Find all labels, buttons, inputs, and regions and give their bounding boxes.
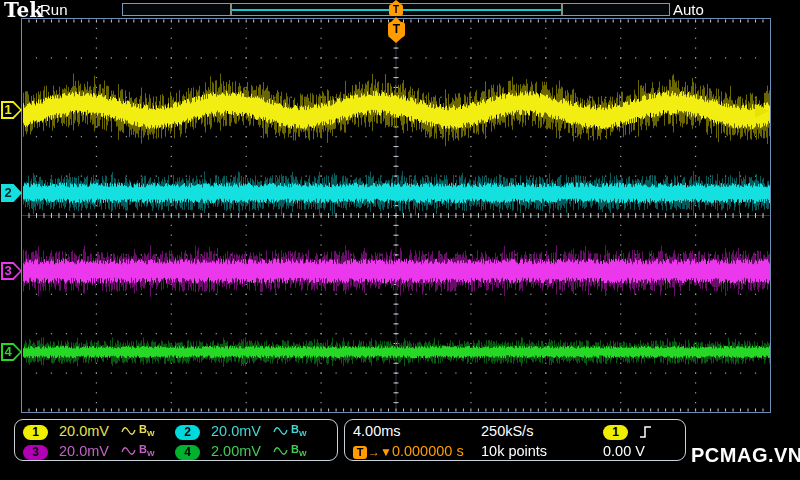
channel-1-badge[interactable]: 1 <box>23 425 48 440</box>
channel-3-scale: 20.0mV <box>59 443 121 459</box>
channel-2-indicators: BW <box>273 423 323 438</box>
marker-channel-number: 3 <box>1 262 15 280</box>
trigger-source-cell: 1 <box>603 423 685 440</box>
record-length: 10k points <box>481 443 603 459</box>
channel-3-position-marker[interactable]: 3 <box>1 262 22 280</box>
trigger-arrow-icon: → <box>368 445 380 459</box>
trigger-level-arrow-icon[interactable] <box>755 104 769 118</box>
horizontal-scale: 4.00ms <box>353 423 481 439</box>
trigger-marker-icon: ▼ <box>380 445 392 459</box>
record-window-bracket-right <box>561 4 563 15</box>
channel-1-indicators: BW <box>121 423 175 438</box>
channel-4-scale: 2.00mV <box>211 443 273 459</box>
oscilloscope-screen: Tek Run Auto T T 1 2 3 4 1 20.0mV <box>0 0 800 480</box>
tek-logo: Tek <box>4 0 43 22</box>
ac-sine-icon <box>121 426 136 436</box>
trigger-position-readout: T→▼0.000000 s <box>353 443 481 459</box>
channel-4-indicators: BW <box>273 443 323 458</box>
ac-sine-icon <box>273 446 288 456</box>
bandwidth-limit-icon: BW <box>291 423 307 438</box>
marker-channel-number: 2 <box>1 184 15 202</box>
run-status-label: Run <box>40 1 68 18</box>
bandwidth-limit-icon: BW <box>139 443 155 458</box>
watermark: PCMAG.VN <box>691 444 800 467</box>
graticule-and-waveforms-canvas <box>0 0 800 480</box>
trigger-record-marker-icon[interactable]: T <box>389 4 403 16</box>
bandwidth-limit-icon: BW <box>139 423 155 438</box>
channel-3-indicators: BW <box>121 443 175 458</box>
marker-channel-number: 1 <box>1 101 15 119</box>
record-window-bracket-left <box>230 4 232 15</box>
ac-sine-icon <box>273 426 288 436</box>
channel-2-position-marker[interactable]: 2 <box>1 184 22 202</box>
channel-1-scale: 20.0mV <box>59 423 121 439</box>
ac-sine-icon <box>121 446 136 456</box>
bandwidth-limit-icon: BW <box>291 443 307 458</box>
trigger-position-value: 0.000000 s <box>392 443 464 459</box>
trigger-position-flag[interactable]: T <box>388 22 405 37</box>
acquisition-mode-label: Auto <box>673 1 704 18</box>
channel-3-badge[interactable]: 3 <box>23 445 48 460</box>
channel-readout-box: 1 20.0mV BW 2 20.0mV BW 3 20.0mV BW 4 2.… <box>14 419 338 461</box>
channel-2-scale: 20.0mV <box>211 423 273 439</box>
trigger-t-icon: T <box>353 446 367 459</box>
trigger-source-badge: 1 <box>603 425 628 440</box>
channel-4-position-marker[interactable]: 4 <box>1 343 22 361</box>
horizontal-trigger-readout-box: 4.00ms 250kS/s 1 T→▼0.000000 s 10k point… <box>344 419 686 461</box>
channel-2-badge[interactable]: 2 <box>175 425 200 440</box>
trigger-level-value: 0.00 V <box>603 443 685 459</box>
trigger-flag-tip-icon <box>388 36 404 43</box>
channel-4-badge[interactable]: 4 <box>175 445 200 460</box>
marker-channel-number: 4 <box>1 343 15 361</box>
channel-1-position-marker[interactable]: 1 <box>1 101 22 119</box>
rising-edge-slope-icon <box>638 424 653 439</box>
sample-rate: 250kS/s <box>481 423 603 439</box>
